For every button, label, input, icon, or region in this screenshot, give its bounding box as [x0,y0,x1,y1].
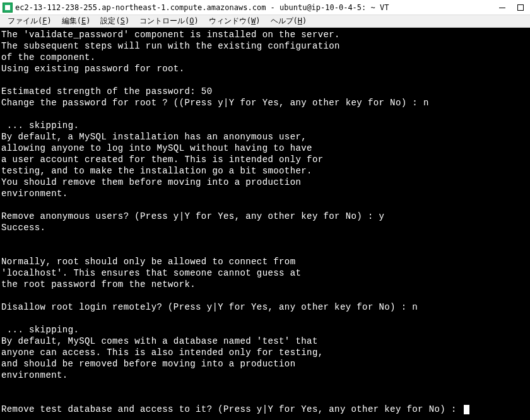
terminal-line [1,245,529,256]
terminal-line: Estimated strength of the password: 50 [1,86,529,97]
terminal-line: a user account created for them. This is… [1,154,529,165]
terminal-line: Change the password for root ? ((Press y… [1,97,529,108]
terminal-line [1,313,529,324]
terminal-line: ... skipping. [1,324,529,335]
terminal-line: Normally, root should only be allowed to… [1,256,529,267]
terminal-prompt-line: Remove test database and access to it? (… [1,404,529,415]
terminal[interactable]: The 'validate_password' component is ins… [0,28,530,420]
terminal-line: 'localhost'. This ensures that someone c… [1,267,529,279]
terminal-line: environment. [1,188,529,199]
terminal-line [1,392,529,404]
titlebar[interactable]: ec2-13-112-238-255.ap-northeast-1.comput… [0,0,530,15]
menu-window[interactable]: ウィンドウ(W) [204,15,266,28]
menu-edit[interactable]: 編集(E) [57,15,96,28]
menu-setting[interactable]: 設定(S) [95,15,134,28]
terminal-line [1,233,529,245]
menu-help[interactable]: ヘルプ(H) [266,15,312,28]
terminal-line: ... skipping. [1,120,529,131]
minimize-button[interactable] [498,4,506,11]
terminal-line: allowing anyone to log into MySQL withou… [1,143,529,154]
terminal-line: the root password from the network. [1,279,529,290]
terminal-line: testing, and to make the installation go… [1,165,529,177]
terminal-line [1,381,529,392]
terminal-line: of the component. [1,52,529,63]
terminal-line [1,74,529,86]
terminal-line: Success. [1,222,529,233]
maximize-button[interactable] [517,4,524,11]
terminal-line [1,290,529,301]
terminal-line: You should remove them before moving int… [1,177,529,188]
menu-file[interactable]: ファイル(F) [3,15,57,28]
terminal-line: anyone can access. This is also intended… [1,347,529,358]
terminal-line [1,108,529,120]
window-title: ec2-13-112-238-255.ap-northeast-1.comput… [15,3,498,12]
terminal-line: Remove anonymous users? (Press y|Y for Y… [1,211,529,222]
terminal-cursor [464,405,469,414]
terminal-line: The subsequent steps will run with the e… [1,40,529,52]
terminal-line: By default, MySQL comes with a database … [1,335,529,347]
terminal-line: The 'validate_password' component is ins… [1,29,529,40]
terminal-line: environment. [1,370,529,381]
menubar: ファイル(F) 編集(E) 設定(S) コントロール(O) ウィンドウ(W) ヘ… [0,15,530,28]
terminal-line: By default, a MySQL installation has an … [1,131,529,143]
window-controls [498,0,527,15]
menu-control[interactable]: コントロール(O) [134,15,204,28]
terminal-line: and should be removed before moving into… [1,358,529,370]
app-icon [3,3,13,13]
terminal-line [1,199,529,211]
terminal-line: Using existing password for root. [1,63,529,74]
terminal-line: Disallow root login remotely? (Press y|Y… [1,301,529,313]
